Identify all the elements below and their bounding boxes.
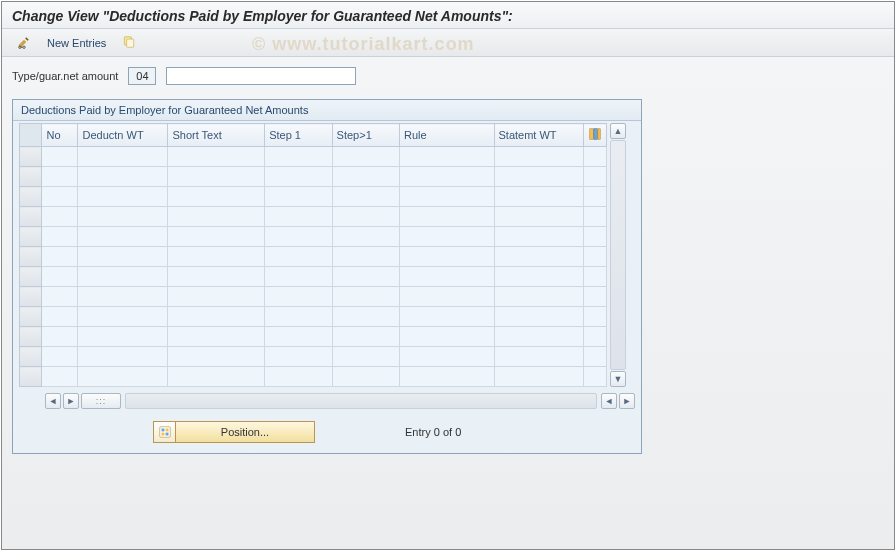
row-selector[interactable] [20,307,42,327]
cell[interactable] [42,147,78,167]
col-config-button[interactable] [584,124,607,147]
cell[interactable] [332,147,399,167]
col-rule[interactable]: Rule [400,124,494,147]
row-selector[interactable] [20,167,42,187]
cell[interactable] [332,207,399,227]
cell[interactable] [168,147,265,167]
row-selector[interactable] [20,187,42,207]
cell[interactable] [400,247,494,267]
cell[interactable] [168,207,265,227]
cell[interactable] [42,327,78,347]
cell[interactable] [265,207,332,227]
cell[interactable] [584,207,607,227]
cell[interactable] [332,327,399,347]
cell[interactable] [584,307,607,327]
cell[interactable] [265,287,332,307]
cell[interactable] [265,367,332,387]
cell[interactable] [265,347,332,367]
row-selector[interactable] [20,287,42,307]
scroll-down-button[interactable]: ▼ [610,371,626,387]
cell[interactable] [494,327,584,347]
new-entries-button[interactable]: New Entries [42,34,111,52]
cell[interactable] [494,367,584,387]
col-step-gt1[interactable]: Step>1 [332,124,399,147]
scroll-left-button[interactable]: ◄ [45,393,61,409]
cell[interactable] [400,227,494,247]
row-selector[interactable] [20,247,42,267]
table-row[interactable] [20,327,607,347]
type-guar-text-input[interactable] [166,67,356,85]
cell[interactable] [332,347,399,367]
cell[interactable] [332,247,399,267]
cell[interactable] [265,247,332,267]
cell[interactable] [494,227,584,247]
cell[interactable] [584,247,607,267]
cell[interactable] [168,247,265,267]
cell[interactable] [78,347,168,367]
cell[interactable] [168,347,265,367]
table-row[interactable] [20,347,607,367]
cell[interactable] [265,167,332,187]
cell[interactable] [168,327,265,347]
cell[interactable] [78,327,168,347]
col-statemt-wt[interactable]: Statemt WT [494,124,584,147]
scroll-thumb-horizontal[interactable]: ::: [81,393,121,409]
cell[interactable] [332,187,399,207]
scroll-left-button-2[interactable]: ◄ [601,393,617,409]
cell[interactable] [42,207,78,227]
cell[interactable] [494,347,584,367]
cell[interactable] [494,267,584,287]
cell[interactable] [494,167,584,187]
cell[interactable] [42,167,78,187]
cell[interactable] [168,367,265,387]
table-row[interactable] [20,147,607,167]
cell[interactable] [332,167,399,187]
cell[interactable] [168,287,265,307]
cell[interactable] [400,187,494,207]
scroll-up-button[interactable]: ▲ [610,123,626,139]
table-row[interactable] [20,307,607,327]
cell[interactable] [400,327,494,347]
cell[interactable] [584,347,607,367]
table-row[interactable] [20,367,607,387]
table-row[interactable] [20,227,607,247]
cell[interactable] [584,187,607,207]
row-selector[interactable] [20,207,42,227]
table-row[interactable] [20,247,607,267]
cell[interactable] [494,187,584,207]
row-selector[interactable] [20,367,42,387]
cell[interactable] [400,267,494,287]
scroll-right-button-2[interactable]: ► [619,393,635,409]
cell[interactable] [265,227,332,247]
cell[interactable] [78,307,168,327]
copy-button[interactable] [117,32,141,54]
cell[interactable] [78,207,168,227]
col-step1[interactable]: Step 1 [265,124,332,147]
table-row[interactable] [20,267,607,287]
cell[interactable] [584,267,607,287]
toggle-edit-button[interactable] [12,32,36,54]
col-short-text[interactable]: Short Text [168,124,265,147]
cell[interactable] [78,147,168,167]
cell[interactable] [584,287,607,307]
cell[interactable] [78,167,168,187]
cell[interactable] [332,307,399,327]
cell[interactable] [400,207,494,227]
cell[interactable] [332,267,399,287]
row-selector[interactable] [20,327,42,347]
cell[interactable] [42,267,78,287]
cell[interactable] [78,287,168,307]
cell[interactable] [584,367,607,387]
cell[interactable] [265,307,332,327]
row-selector[interactable] [20,267,42,287]
cell[interactable] [42,187,78,207]
cell[interactable] [78,247,168,267]
cell[interactable] [265,187,332,207]
row-selector[interactable] [20,347,42,367]
col-deductn-wt[interactable]: Deductn WT [78,124,168,147]
row-selector[interactable] [20,227,42,247]
deductions-table[interactable]: No Deductn WT Short Text Step 1 Step>1 R… [19,123,607,387]
cell[interactable] [494,147,584,167]
cell[interactable] [42,227,78,247]
scroll-right-button-1[interactable]: ► [63,393,79,409]
